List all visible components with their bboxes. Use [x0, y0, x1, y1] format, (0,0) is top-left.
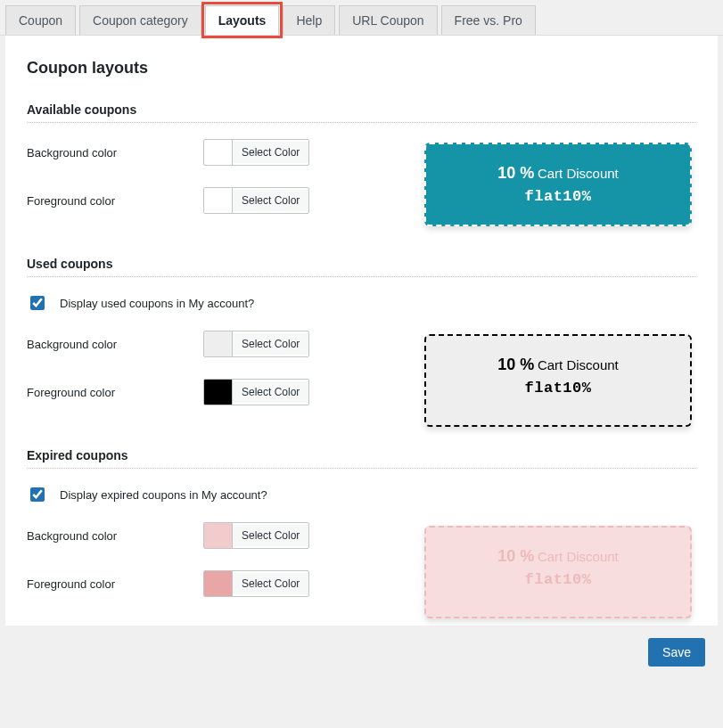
preview-percent: 10 % [497, 356, 534, 373]
colorpicker-used-bg[interactable]: Select Color [203, 331, 309, 357]
swatch-expired-fg [204, 571, 233, 596]
swatch-available-bg [204, 140, 233, 165]
footer-bar: Save [0, 626, 723, 679]
swatch-used-bg [204, 331, 233, 356]
preview-percent: 10 % [497, 547, 534, 565]
label-expired-fg: Foreground color [27, 577, 203, 591]
tab-coupon[interactable]: Coupon [5, 5, 76, 35]
label-display-expired: Display expired coupons in My account? [60, 488, 267, 502]
preview-code: flat10% [435, 380, 681, 397]
select-color-button[interactable]: Select Color [233, 190, 308, 211]
preview-desc: Cart Discount [538, 549, 619, 564]
checkbox-display-used[interactable] [30, 296, 45, 310]
save-button[interactable]: Save [648, 638, 705, 667]
swatch-used-fg [204, 380, 233, 405]
tab-coupon-category[interactable]: Coupon category [79, 5, 201, 35]
colorpicker-used-fg[interactable]: Select Color [203, 379, 309, 405]
select-color-button[interactable]: Select Color [233, 573, 308, 594]
preview-code: flat10% [435, 188, 681, 205]
settings-panel: Coupon layouts Available coupons Backgro… [5, 36, 718, 626]
preview-expired-coupon: 10 % Cart Discount flat10% [424, 526, 692, 618]
preview-available-coupon: 10 % Cart Discount flat10% [424, 143, 692, 226]
select-color-button[interactable]: Select Color [233, 381, 308, 403]
heading-expired: Expired coupons [27, 448, 696, 469]
tabs-bar: Coupon Coupon category Layouts Help URL … [0, 0, 723, 36]
select-color-button[interactable]: Select Color [233, 525, 308, 546]
label-used-bg: Background color [27, 338, 203, 351]
label-display-used: Display used coupons in My account? [60, 297, 254, 310]
preview-used-coupon: 10 % Cart Discount flat10% [424, 334, 692, 427]
tab-free-vs-pro[interactable]: Free vs. Pro [441, 5, 536, 35]
select-color-button[interactable]: Select Color [233, 333, 308, 355]
checkbox-display-expired[interactable] [30, 487, 45, 502]
select-color-button[interactable]: Select Color [233, 142, 308, 163]
page-title: Coupon layouts [27, 59, 696, 78]
tab-url-coupon[interactable]: URL Coupon [339, 5, 437, 35]
colorpicker-available-bg[interactable]: Select Color [203, 139, 309, 166]
heading-used: Used coupons [27, 257, 696, 277]
heading-available: Available coupons [27, 102, 696, 123]
label-available-fg: Foreground color [27, 194, 203, 208]
preview-desc: Cart Discount [538, 166, 619, 181]
label-used-fg: Foreground color [27, 386, 203, 399]
colorpicker-expired-fg[interactable]: Select Color [203, 570, 309, 597]
preview-desc: Cart Discount [538, 357, 619, 372]
preview-code: flat10% [435, 571, 681, 588]
preview-percent: 10 % [497, 164, 534, 182]
tab-help[interactable]: Help [283, 5, 335, 35]
colorpicker-expired-bg[interactable]: Select Color [203, 522, 309, 549]
colorpicker-available-fg[interactable]: Select Color [203, 187, 309, 214]
label-available-bg: Background color [27, 146, 203, 160]
swatch-expired-bg [204, 523, 233, 548]
tab-layouts[interactable]: Layouts [205, 5, 280, 35]
swatch-available-fg [204, 188, 233, 213]
label-expired-bg: Background color [27, 529, 203, 543]
